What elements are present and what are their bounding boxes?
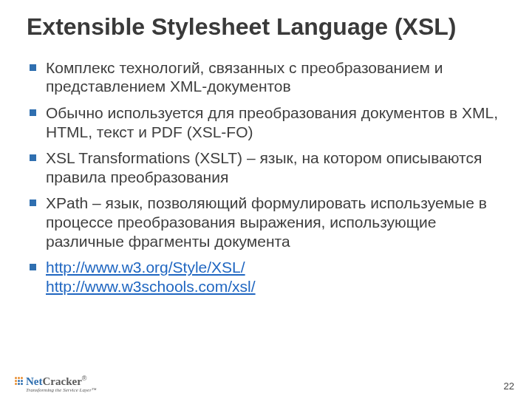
netcracker-logo: NetCracker® Transforming the Service Lay…	[15, 375, 97, 393]
slide: Extensible Stylesheet Language (XSL) Ком…	[0, 0, 532, 399]
bullet-text: XPath – язык, позволяющий формулировать …	[46, 194, 487, 249]
link-w3-xsl[interactable]: http://www.w3.org/Style/XSL/	[46, 259, 245, 276]
list-item: XSL Transformations (XSLT) – язык, на ко…	[27, 149, 505, 186]
logo-tagline: Transforming the Service Layer™	[26, 388, 97, 393]
bullet-text: Обычно используется для преобразования д…	[46, 104, 498, 140]
list-item: Обычно используется для преобразования д…	[27, 103, 505, 141]
slide-footer: NetCracker® Transforming the Service Lay…	[0, 368, 532, 399]
logo-cracker: Cracker	[43, 375, 82, 387]
logo-reg: ®	[82, 375, 87, 382]
list-item: Комплекс технологий, связанных с преобра…	[27, 58, 505, 96]
bullet-text: Комплекс технологий, связанных с преобра…	[46, 59, 443, 95]
logo-net: Net	[26, 375, 43, 387]
logo-mark-icon	[15, 375, 23, 385]
logo-name: NetCracker®	[26, 375, 97, 387]
bullet-list: Комплекс технологий, связанных с преобра…	[27, 58, 505, 296]
bullet-text: XSL Transformations (XSLT) – язык, на ко…	[46, 149, 482, 185]
logo-text: NetCracker® Transforming the Service Lay…	[26, 375, 97, 393]
page-number: 22	[504, 381, 514, 392]
link-w3schools-xsl[interactable]: http://www.w3schools.com/xsl/	[46, 278, 256, 295]
list-item-links: http://www.w3.org/Style/XSL/ http://www.…	[27, 258, 505, 296]
list-item: XPath – язык, позволяющий формулировать …	[27, 194, 505, 250]
slide-title: Extensible Stylesheet Language (XSL)	[27, 13, 505, 41]
